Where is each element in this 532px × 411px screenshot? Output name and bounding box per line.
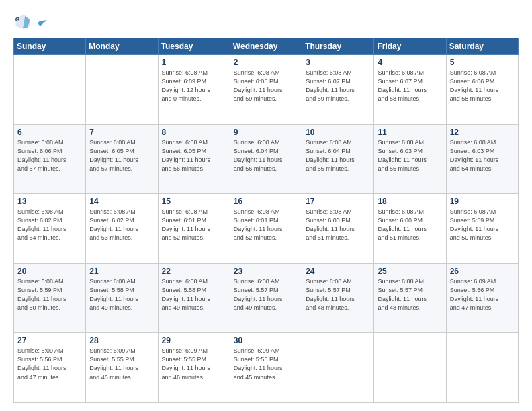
weekday-header-row: SundayMondayTuesdayWednesdayThursdayFrid… (14, 38, 519, 55)
day-number: 28 (89, 336, 154, 345)
calendar-table: SundayMondayTuesdayWednesdayThursdayFrid… (13, 38, 519, 403)
calendar-week-1: 1Sunrise: 6:08 AM Sunset: 6:09 PM Daylig… (14, 55, 519, 125)
calendar-cell (374, 333, 446, 403)
day-info: Sunrise: 6:09 AM Sunset: 5:56 PM Dayligh… (450, 277, 515, 312)
day-number: 9 (234, 128, 298, 137)
day-info: Sunrise: 6:08 AM Sunset: 6:04 PM Dayligh… (234, 138, 298, 173)
calendar-cell: 17Sunrise: 6:08 AM Sunset: 6:00 PM Dayli… (302, 194, 374, 264)
calendar-cell: 19Sunrise: 6:08 AM Sunset: 5:59 PM Dayli… (446, 194, 518, 264)
day-info: Sunrise: 6:09 AM Sunset: 5:55 PM Dayligh… (89, 347, 154, 381)
weekday-header-tuesday: Tuesday (158, 38, 230, 55)
day-info: Sunrise: 6:09 AM Sunset: 5:55 PM Dayligh… (162, 347, 226, 381)
calendar-cell: 9Sunrise: 6:08 AM Sunset: 6:04 PM Daylig… (230, 124, 302, 194)
day-number: 18 (378, 197, 442, 206)
logo-icon: G (13, 12, 32, 31)
calendar-cell: 24Sunrise: 6:08 AM Sunset: 5:57 PM Dayli… (302, 263, 374, 333)
weekday-header-wednesday: Wednesday (230, 38, 302, 55)
day-info: Sunrise: 6:08 AM Sunset: 6:01 PM Dayligh… (162, 208, 226, 242)
day-info: Sunrise: 6:08 AM Sunset: 6:02 PM Dayligh… (17, 208, 82, 242)
day-number: 23 (234, 267, 298, 276)
calendar-cell: 30Sunrise: 6:09 AM Sunset: 5:55 PM Dayli… (230, 333, 302, 403)
day-number: 13 (17, 197, 82, 206)
day-info: Sunrise: 6:08 AM Sunset: 6:01 PM Dayligh… (234, 208, 298, 242)
calendar-cell: 22Sunrise: 6:08 AM Sunset: 5:58 PM Dayli… (158, 263, 230, 333)
day-number: 30 (234, 336, 298, 345)
calendar-body: 1Sunrise: 6:08 AM Sunset: 6:09 PM Daylig… (14, 55, 519, 403)
day-info: Sunrise: 6:08 AM Sunset: 6:05 PM Dayligh… (89, 138, 154, 173)
day-info: Sunrise: 6:08 AM Sunset: 6:08 PM Dayligh… (234, 68, 298, 103)
day-number: 6 (17, 128, 82, 137)
day-number: 10 (306, 128, 370, 137)
calendar-cell: 23Sunrise: 6:08 AM Sunset: 5:57 PM Dayli… (230, 263, 302, 333)
calendar-cell: 20Sunrise: 6:08 AM Sunset: 5:59 PM Dayli… (14, 263, 86, 333)
calendar-cell: 28Sunrise: 6:09 AM Sunset: 5:55 PM Dayli… (86, 333, 158, 403)
calendar-cell: 21Sunrise: 6:08 AM Sunset: 5:58 PM Dayli… (86, 263, 158, 333)
day-info: Sunrise: 6:08 AM Sunset: 6:03 PM Dayligh… (378, 138, 442, 173)
calendar-cell: 25Sunrise: 6:08 AM Sunset: 5:57 PM Dayli… (374, 263, 446, 333)
day-info: Sunrise: 6:08 AM Sunset: 6:02 PM Dayligh… (89, 208, 154, 242)
calendar-cell: 26Sunrise: 6:09 AM Sunset: 5:56 PM Dayli… (446, 263, 518, 333)
calendar-cell: 12Sunrise: 6:08 AM Sunset: 6:03 PM Dayli… (446, 124, 518, 194)
day-info: Sunrise: 6:08 AM Sunset: 6:00 PM Dayligh… (378, 208, 442, 242)
calendar-cell: 2Sunrise: 6:08 AM Sunset: 6:08 PM Daylig… (230, 55, 302, 125)
calendar-cell: 4Sunrise: 6:08 AM Sunset: 6:07 PM Daylig… (374, 55, 446, 125)
calendar-cell (86, 55, 158, 125)
day-info: Sunrise: 6:08 AM Sunset: 6:06 PM Dayligh… (17, 138, 82, 173)
weekday-header-friday: Friday (374, 38, 446, 55)
day-info: Sunrise: 6:09 AM Sunset: 5:56 PM Dayligh… (17, 347, 82, 381)
day-number: 26 (450, 267, 515, 276)
calendar-cell (14, 55, 86, 125)
day-number: 14 (89, 197, 154, 206)
day-info: Sunrise: 6:08 AM Sunset: 6:04 PM Dayligh… (306, 138, 370, 173)
day-number: 1 (162, 58, 226, 67)
svg-text:G: G (15, 16, 20, 23)
day-number: 24 (306, 267, 370, 276)
day-number: 27 (17, 336, 82, 345)
calendar-cell (446, 333, 518, 403)
weekday-header-monday: Monday (86, 38, 158, 55)
day-number: 2 (234, 58, 298, 67)
day-number: 5 (450, 58, 515, 67)
calendar-cell: 16Sunrise: 6:08 AM Sunset: 6:01 PM Dayli… (230, 194, 302, 264)
weekday-header-thursday: Thursday (302, 38, 374, 55)
day-info: Sunrise: 6:08 AM Sunset: 6:07 PM Dayligh… (378, 68, 442, 103)
calendar-cell: 29Sunrise: 6:09 AM Sunset: 5:55 PM Dayli… (158, 333, 230, 403)
weekday-header-saturday: Saturday (446, 38, 518, 55)
day-info: Sunrise: 6:08 AM Sunset: 6:00 PM Dayligh… (306, 208, 370, 242)
calendar-cell (302, 333, 374, 403)
weekday-header-sunday: Sunday (14, 38, 86, 55)
day-info: Sunrise: 6:08 AM Sunset: 5:57 PM Dayligh… (234, 277, 298, 312)
calendar-week-2: 6Sunrise: 6:08 AM Sunset: 6:06 PM Daylig… (14, 124, 519, 194)
day-info: Sunrise: 6:08 AM Sunset: 6:05 PM Dayligh… (162, 138, 226, 173)
day-number: 12 (450, 128, 515, 137)
logo-bird-icon (36, 18, 48, 28)
calendar-week-3: 13Sunrise: 6:08 AM Sunset: 6:02 PM Dayli… (14, 194, 519, 264)
calendar-cell: 11Sunrise: 6:08 AM Sunset: 6:03 PM Dayli… (374, 124, 446, 194)
day-number: 7 (89, 128, 154, 137)
calendar-cell: 3Sunrise: 6:08 AM Sunset: 6:07 PM Daylig… (302, 55, 374, 125)
day-info: Sunrise: 6:09 AM Sunset: 5:55 PM Dayligh… (234, 347, 298, 381)
day-info: Sunrise: 6:08 AM Sunset: 6:06 PM Dayligh… (450, 68, 515, 103)
logo: G (13, 12, 48, 31)
day-number: 8 (162, 128, 226, 137)
day-number: 20 (17, 267, 82, 276)
calendar-cell: 18Sunrise: 6:08 AM Sunset: 6:00 PM Dayli… (374, 194, 446, 264)
calendar-week-4: 20Sunrise: 6:08 AM Sunset: 5:59 PM Dayli… (14, 263, 519, 333)
day-number: 4 (378, 58, 442, 67)
day-info: Sunrise: 6:08 AM Sunset: 5:59 PM Dayligh… (17, 277, 82, 312)
day-info: Sunrise: 6:08 AM Sunset: 5:57 PM Dayligh… (306, 277, 370, 312)
page: G SundayMondayTuesdayWednesdayThursdayFr… (0, 0, 532, 411)
calendar-header: SundayMondayTuesdayWednesdayThursdayFrid… (14, 38, 519, 55)
calendar-cell: 14Sunrise: 6:08 AM Sunset: 6:02 PM Dayli… (86, 194, 158, 264)
day-info: Sunrise: 6:08 AM Sunset: 6:07 PM Dayligh… (306, 68, 370, 103)
day-info: Sunrise: 6:08 AM Sunset: 6:09 PM Dayligh… (162, 68, 226, 103)
day-number: 25 (378, 267, 442, 276)
day-number: 29 (162, 336, 226, 345)
day-number: 17 (306, 197, 370, 206)
calendar-cell: 6Sunrise: 6:08 AM Sunset: 6:06 PM Daylig… (14, 124, 86, 194)
day-number: 16 (234, 197, 298, 206)
calendar-cell: 7Sunrise: 6:08 AM Sunset: 6:05 PM Daylig… (86, 124, 158, 194)
calendar-cell: 5Sunrise: 6:08 AM Sunset: 6:06 PM Daylig… (446, 55, 518, 125)
day-info: Sunrise: 6:08 AM Sunset: 6:03 PM Dayligh… (450, 138, 515, 173)
day-info: Sunrise: 6:08 AM Sunset: 5:59 PM Dayligh… (450, 208, 515, 242)
